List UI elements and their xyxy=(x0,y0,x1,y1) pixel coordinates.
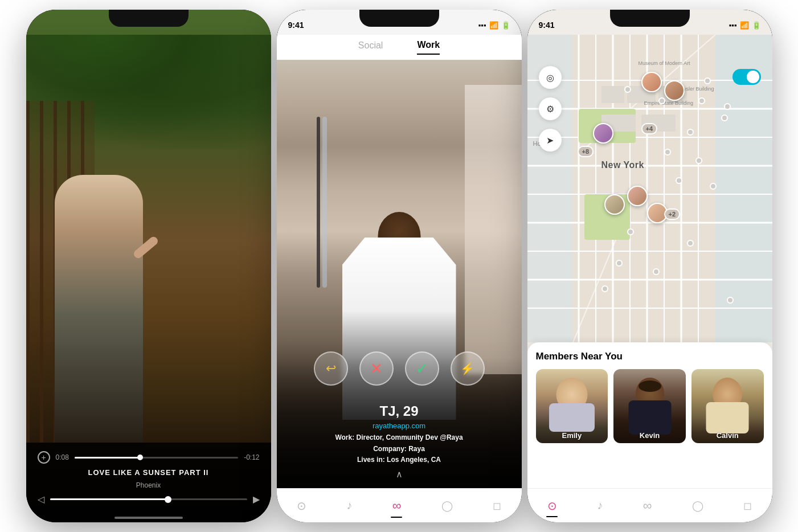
notch-3 xyxy=(610,10,690,27)
expand-button[interactable]: ∧ xyxy=(288,469,510,480)
avatar-pin-5[interactable] xyxy=(604,194,625,215)
nav-music-2[interactable]: ♪ xyxy=(346,499,352,512)
people-figures xyxy=(26,141,271,454)
dot-pin-13 xyxy=(601,285,608,292)
lives-value: Los Angeles, CA xyxy=(387,456,441,464)
kevin-name: Kevin xyxy=(613,431,686,440)
dot-pin-3 xyxy=(724,103,731,110)
nav-chat-2[interactable]: ◻ xyxy=(493,500,501,512)
member-card-calvin[interactable]: Calvin xyxy=(691,369,764,443)
notch-2 xyxy=(359,10,439,27)
compass-button[interactable]: ◎ xyxy=(539,66,562,89)
emily-name: Emily xyxy=(536,431,608,440)
infinity-nav-icon-3: ∞ xyxy=(643,498,652,513)
profile-website[interactable]: rayatheapp.com xyxy=(288,421,510,430)
time-remaining: -0:12 xyxy=(244,453,259,461)
reject-button[interactable]: ✕ xyxy=(359,351,394,386)
badge-plus8[interactable]: +8 xyxy=(578,146,594,157)
company-label: Company: xyxy=(373,445,407,453)
music-add-button[interactable]: + xyxy=(38,451,50,464)
figure-right xyxy=(123,158,223,454)
share-button[interactable]: ➤ xyxy=(539,129,562,152)
signal-icon: ▪▪▪ xyxy=(478,21,486,30)
dot-pin-4 xyxy=(687,129,694,136)
avatar-pin-1[interactable] xyxy=(641,72,662,92)
music-nav-icon: ♪ xyxy=(346,499,352,512)
avatar-pin-4[interactable] xyxy=(627,186,648,206)
share-icon: ➤ xyxy=(546,135,554,146)
work-value: Director, Community Dev @Raya xyxy=(357,433,463,441)
map-label-empire: Empire State Building xyxy=(644,100,694,107)
phone-1-screen: + 0:08 -0:12 LOVE LIKE A SUNSET PART II … xyxy=(26,10,271,522)
tab-bar: Social Work xyxy=(277,35,522,60)
notch-1 xyxy=(109,10,189,27)
nav-person-2[interactable]: ◯ xyxy=(441,500,453,512)
signal-icon-3: ▪▪▪ xyxy=(729,21,737,30)
member-card-emily[interactable]: Emily xyxy=(536,369,608,443)
members-section: Members Near You Emily xyxy=(527,342,772,488)
battery-icon: 🔋 xyxy=(501,21,510,30)
boost-button[interactable]: ⚡ xyxy=(451,351,485,386)
music-nav-icon-3: ♪ xyxy=(597,499,603,512)
profile-card[interactable]: ↩ ✕ ✓ ⚡ TJ, 29 rayatheapp.com Work: Dire xyxy=(277,60,522,488)
nav-music-3[interactable]: ♪ xyxy=(597,499,603,512)
curtain-bg xyxy=(465,85,522,374)
undo-icon: ↩ xyxy=(326,361,336,376)
status-time-2: 9:41 xyxy=(288,21,304,30)
active-bar xyxy=(391,517,402,518)
calvin-jacket xyxy=(706,402,749,433)
member-card-kevin[interactable]: Kevin xyxy=(613,369,686,443)
dot-pin-11 xyxy=(616,260,623,267)
battery-icon-3: 🔋 xyxy=(752,21,761,30)
status-time-3: 9:41 xyxy=(539,21,555,30)
boost-icon: ⚡ xyxy=(460,362,474,375)
nav-match-3[interactable]: ∞ xyxy=(643,498,652,513)
volume-low-icon[interactable]: ◁ xyxy=(38,494,44,505)
badge-plus2[interactable]: +2 xyxy=(664,208,681,220)
location-nav-icon: ⊙ xyxy=(297,499,306,513)
tab-work[interactable]: Work xyxy=(417,40,440,55)
chat-nav-icon: ◻ xyxy=(493,500,501,512)
nav-person-3[interactable]: ◯ xyxy=(692,500,703,512)
music-time-row: + 0:08 -0:12 xyxy=(38,451,260,464)
toggle-switch[interactable] xyxy=(732,69,761,85)
calvin-name: Calvin xyxy=(691,431,764,440)
badge-plus4[interactable]: +4 xyxy=(641,123,658,134)
dot-pin-6 xyxy=(695,157,702,164)
active-bar-3 xyxy=(546,516,558,517)
map-label-moma: Museum of Modern Art xyxy=(639,60,690,67)
kevin-hat xyxy=(639,380,661,392)
nav-location-3[interactable]: ⊙ xyxy=(547,499,557,513)
accept-button[interactable]: ✓ xyxy=(405,351,439,386)
person-nav-icon-3: ◯ xyxy=(692,500,703,512)
avatar-pin-2[interactable] xyxy=(664,80,685,101)
kevin-shirt xyxy=(628,400,671,435)
volume-high-icon[interactable]: ▶ xyxy=(253,494,260,505)
wifi-icon-3: 📶 xyxy=(740,21,749,30)
avatar-pin-3[interactable] xyxy=(593,123,613,144)
tab-social[interactable]: Social xyxy=(358,40,383,54)
settings-button[interactable]: ⚙ xyxy=(539,97,562,120)
nav-location-2[interactable]: ⊙ xyxy=(297,499,306,513)
music-controls: ◁ ▶ xyxy=(38,494,260,505)
phone-2-screen: 9:41 ▪▪▪ 📶 🔋 Social Work xyxy=(277,10,522,522)
compass-icon: ◎ xyxy=(546,72,554,83)
railing-element xyxy=(317,117,320,288)
accept-icon: ✓ xyxy=(416,360,428,378)
status-icons-3: ▪▪▪ 📶 🔋 xyxy=(729,21,761,30)
map-label-new-york: New York xyxy=(601,160,644,170)
time-elapsed: 0:08 xyxy=(56,453,69,461)
playback-progress[interactable] xyxy=(50,498,247,500)
nav-match-2[interactable]: ∞ xyxy=(392,498,402,513)
nav-chat-3[interactable]: ◻ xyxy=(743,500,752,512)
dot-pin-7 xyxy=(676,177,682,184)
emily-shoulder xyxy=(549,403,595,432)
undo-button[interactable]: ↩ xyxy=(314,351,348,386)
svg-rect-23 xyxy=(601,86,624,103)
song-progress-bar[interactable] xyxy=(75,457,238,459)
person-nav-icon: ◯ xyxy=(441,500,453,512)
profile-name: TJ, 29 xyxy=(288,403,510,419)
map-view[interactable]: New York Hoboken Museum of Modern Art Ch… xyxy=(527,35,772,342)
status-icons-2: ▪▪▪ 📶 🔋 xyxy=(478,21,510,30)
infinity-nav-icon: ∞ xyxy=(392,498,402,513)
